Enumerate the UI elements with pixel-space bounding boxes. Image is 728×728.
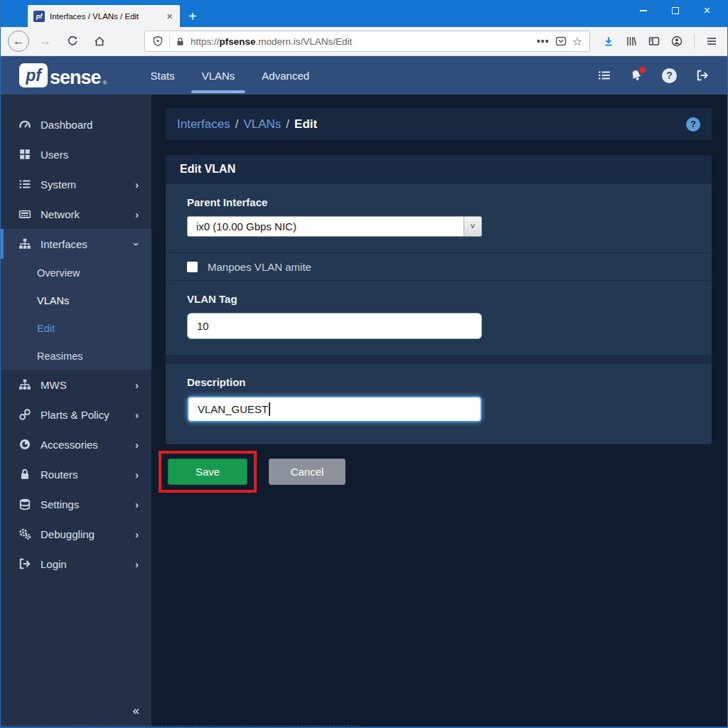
chevron-down-icon: › bbox=[131, 242, 143, 246]
sidebar-item-dashboard[interactable]: Dashboard bbox=[1, 109, 151, 139]
parent-interface-select[interactable]: ix0 (10.00 Gbps NIC) ˅ bbox=[187, 216, 482, 237]
pfsense-logo-mark: pf bbox=[19, 63, 48, 87]
refresh-button[interactable] bbox=[62, 31, 83, 52]
titlebar: pf Interfaces / VLANs / Edit × + × bbox=[1, 0, 727, 27]
window-close-button[interactable]: × bbox=[691, 0, 723, 21]
sidebar-item-settings[interactable]: Settings › bbox=[1, 489, 151, 519]
sidebar-item-plarts-policy[interactable]: Plarts & Policy › bbox=[1, 400, 151, 429]
nav-advanced[interactable]: Advanced bbox=[248, 56, 323, 95]
sidebar-subitem-reasimes[interactable]: Reasimes bbox=[1, 342, 151, 370]
window-minimize-button[interactable] bbox=[627, 0, 659, 21]
pfsense-logo[interactable]: pf sense ® bbox=[19, 63, 107, 87]
close-icon: × bbox=[704, 5, 710, 16]
grid-icon bbox=[18, 148, 31, 161]
vlan-tag-input[interactable]: 10 bbox=[187, 313, 482, 339]
save-button[interactable]: Save bbox=[168, 459, 247, 485]
sidebar-collapse-button[interactable]: « bbox=[133, 704, 139, 718]
help-button[interactable]: ? bbox=[662, 68, 677, 83]
sidebar-item-network[interactable]: Network › bbox=[1, 199, 151, 229]
cancel-button[interactable]: Cancel bbox=[269, 459, 346, 485]
shield-icon bbox=[152, 36, 164, 47]
home-button[interactable] bbox=[89, 31, 110, 52]
download-icon[interactable] bbox=[603, 36, 614, 47]
chevron-right-icon: › bbox=[135, 409, 139, 421]
edit-vlan-panel: Edit VLAN Parent Interface ix0 (10.00 Gb… bbox=[166, 155, 712, 444]
sidebar-item-interfaces[interactable]: Interfaces › bbox=[1, 229, 151, 259]
page-help-icon[interactable]: ? bbox=[686, 117, 700, 132]
description-input[interactable]: VLAN_GUEST bbox=[187, 396, 482, 422]
tab-close-icon[interactable]: × bbox=[165, 11, 174, 21]
minimize-icon bbox=[640, 10, 647, 11]
forward-button[interactable]: → bbox=[35, 31, 56, 52]
sidebar-item-accessories[interactable]: Accessories › bbox=[1, 429, 151, 459]
sign-out-icon bbox=[696, 69, 709, 82]
url-bar[interactable]: https://pfsense.modern.is/VLANs/Edit •••… bbox=[144, 31, 590, 52]
sidebar-item-users[interactable]: Users bbox=[1, 139, 151, 169]
menu-icon[interactable] bbox=[706, 36, 717, 47]
sidebar-subitem-overview[interactable]: Overview bbox=[1, 259, 151, 287]
divider bbox=[166, 355, 712, 364]
chevron-right-icon: › bbox=[135, 208, 139, 220]
status-list-button[interactable] bbox=[598, 69, 611, 82]
badge-icon bbox=[18, 438, 31, 451]
chevron-right-icon: › bbox=[135, 528, 139, 540]
sidebar-item-mws[interactable]: MWS › bbox=[1, 370, 151, 400]
main-content: Interfaces / VLANs / Edit ? Edit VLAN Pa… bbox=[151, 95, 727, 727]
sidebar: Dashboard Users System › Network › Inter… bbox=[1, 95, 151, 727]
notifications-button[interactable] bbox=[630, 69, 643, 82]
chevron-down-icon[interactable]: ˅ bbox=[464, 217, 481, 236]
divider bbox=[694, 34, 695, 48]
nav-stats[interactable]: Stats bbox=[136, 56, 188, 95]
library-icon[interactable] bbox=[626, 36, 637, 47]
window-maximize-button[interactable] bbox=[659, 0, 691, 21]
breadcrumb-separator: / bbox=[235, 117, 239, 132]
sidebar-toggle-icon[interactable] bbox=[648, 36, 660, 47]
sidebar-item-debuggling[interactable]: Debuggling › bbox=[1, 519, 151, 549]
app-nav: Stats VLANs Advanced bbox=[136, 56, 323, 95]
divider bbox=[169, 35, 170, 48]
list-icon bbox=[598, 69, 611, 82]
bookmark-star-icon[interactable]: ☆ bbox=[572, 35, 582, 48]
sidebar-item-system[interactable]: System › bbox=[1, 169, 151, 199]
chevron-right-icon: › bbox=[135, 558, 139, 570]
maximize-icon bbox=[672, 7, 679, 14]
browser-window: pf Interfaces / VLANs / Edit × + × ← → h… bbox=[0, 0, 728, 728]
pocket-icon[interactable] bbox=[555, 36, 567, 47]
chevron-right-icon: › bbox=[135, 379, 139, 391]
logout-button[interactable] bbox=[696, 69, 709, 82]
breadcrumb-link-interfaces[interactable]: Interfaces bbox=[177, 117, 230, 132]
list-icon bbox=[18, 178, 31, 191]
parent-interface-row: Parent Interface ix0 (10.00 Gbps NIC) ˅ bbox=[166, 183, 712, 252]
vlan-tag-label: VLAN Tag bbox=[187, 293, 690, 305]
breadcrumb-separator: / bbox=[286, 117, 289, 132]
chevron-right-icon: › bbox=[135, 469, 139, 481]
help-icon: ? bbox=[662, 68, 677, 83]
home-icon bbox=[94, 36, 105, 47]
pfsense-favicon: pf bbox=[33, 11, 45, 22]
panel-title: Edit VLAN bbox=[166, 155, 712, 183]
vlan-checkbox[interactable] bbox=[187, 262, 198, 272]
page-actions-icon[interactable]: ••• bbox=[537, 36, 550, 47]
chain-icon bbox=[18, 408, 31, 421]
browser-tab[interactable]: pf Interfaces / VLANs / Edit × bbox=[28, 5, 180, 27]
browser-toolbar: ← → https://pfsense.modern.is/VLANs/Edit… bbox=[1, 27, 727, 56]
nav-vlans[interactable]: VLANs bbox=[188, 56, 249, 95]
gears-icon bbox=[18, 528, 31, 540]
url-text: https://pfsense.modern.is/VLANs/Edit bbox=[191, 36, 531, 47]
lock-icon bbox=[18, 468, 31, 481]
vlan-checkbox-label: Manpoes VLAN amite bbox=[208, 261, 311, 273]
sidebar-subitem-edit[interactable]: Edit bbox=[1, 314, 151, 342]
account-icon[interactable] bbox=[671, 36, 682, 47]
gauge-icon bbox=[18, 118, 31, 131]
chevron-right-icon: › bbox=[135, 439, 139, 451]
back-button[interactable]: ← bbox=[8, 31, 29, 52]
sidebar-item-login[interactable]: Login › bbox=[1, 549, 151, 579]
nic-icon bbox=[18, 208, 31, 220]
breadcrumb-link-vlans[interactable]: VLANs bbox=[243, 117, 281, 132]
sidebar-subitem-vlans[interactable]: VLANs bbox=[1, 287, 151, 314]
database-icon bbox=[18, 498, 31, 510]
vlan-tag-row: VLAN Tag 10 bbox=[166, 280, 712, 355]
dashed-divider bbox=[1, 725, 360, 726]
sidebar-item-routers[interactable]: Routers › bbox=[1, 459, 151, 489]
new-tab-button[interactable]: + bbox=[188, 9, 197, 23]
